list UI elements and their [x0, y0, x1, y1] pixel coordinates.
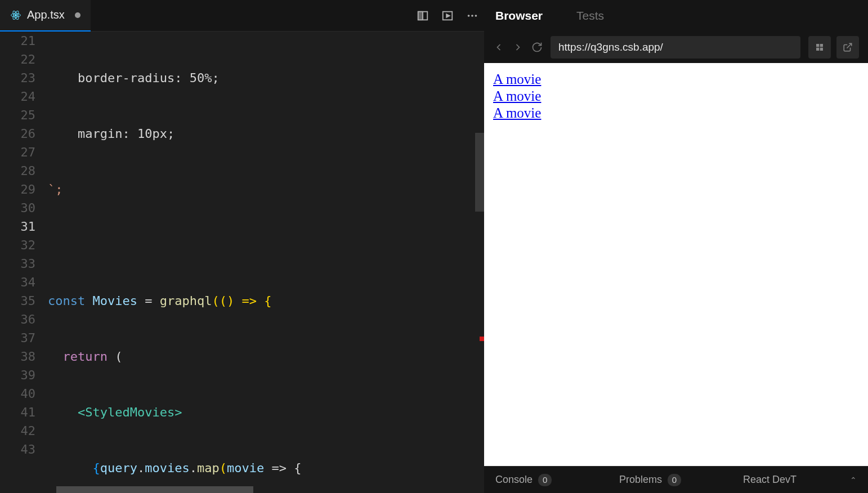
code-content[interactable]: border-radius: 50%; margin: 10px; `; con… — [48, 32, 484, 493]
forward-icon[interactable] — [512, 42, 524, 53]
minimap-thumb[interactable] — [475, 133, 484, 212]
error-marker[interactable] — [480, 337, 484, 341]
minimap[interactable] — [475, 32, 484, 493]
browser-toolbar — [484, 32, 868, 63]
svg-rect-6 — [418, 11, 423, 20]
svg-line-16 — [847, 43, 852, 48]
svg-point-0 — [15, 14, 16, 16]
svg-point-9 — [468, 15, 470, 17]
url-input[interactable] — [551, 36, 800, 59]
react-icon — [10, 10, 21, 21]
right-pane: Browser Tests A movie A movie A movie Co… — [484, 0, 868, 493]
console-count: 0 — [538, 474, 552, 486]
preview-link[interactable]: A movie — [493, 88, 859, 105]
chevron-up-icon: ⌃ — [850, 476, 857, 485]
svg-rect-14 — [816, 48, 819, 51]
split-editor-icon[interactable] — [417, 10, 429, 22]
bottom-panel: Console 0 Problems 0 React DevT ⌃ — [484, 466, 868, 493]
horizontal-scrollbar[interactable] — [56, 486, 253, 493]
svg-marker-8 — [446, 14, 450, 17]
problems-count: 0 — [668, 474, 681, 486]
svg-rect-12 — [816, 44, 819, 47]
console-tab[interactable]: Console 0 — [495, 474, 609, 486]
right-tab-bar: Browser Tests — [484, 0, 868, 32]
more-icon[interactable] — [466, 10, 478, 22]
editor-tab[interactable]: App.tsx — [0, 0, 91, 32]
editor-actions — [417, 10, 478, 22]
code-editor[interactable]: 2122232425262728293031323334353637383940… — [0, 32, 484, 493]
react-devtools-tab[interactable]: React DevT ⌃ — [743, 474, 857, 486]
reload-icon[interactable] — [531, 42, 543, 53]
svg-point-10 — [471, 15, 473, 17]
preview-link[interactable]: A movie — [493, 105, 859, 122]
open-external-icon[interactable] — [836, 36, 859, 59]
tab-browser[interactable]: Browser — [495, 9, 543, 23]
editor-tab-bar: App.tsx — [0, 0, 484, 32]
tab-filename: App.tsx — [27, 8, 65, 21]
codesandbox-icon[interactable] — [808, 36, 831, 59]
browser-preview[interactable]: A movie A movie A movie — [484, 63, 868, 466]
svg-rect-13 — [820, 44, 823, 47]
editor-pane: App.tsx 21222324252627282930313233343536… — [0, 0, 484, 493]
preview-icon[interactable] — [441, 10, 454, 22]
svg-rect-15 — [820, 48, 823, 51]
svg-point-11 — [475, 15, 477, 17]
back-icon[interactable] — [493, 42, 504, 53]
problems-tab[interactable]: Problems 0 — [619, 474, 733, 486]
preview-link[interactable]: A movie — [493, 71, 859, 88]
tab-tests[interactable]: Tests — [576, 9, 604, 23]
line-gutter: 2122232425262728293031323334353637383940… — [0, 32, 48, 493]
tab-dirty-indicator — [75, 12, 80, 18]
